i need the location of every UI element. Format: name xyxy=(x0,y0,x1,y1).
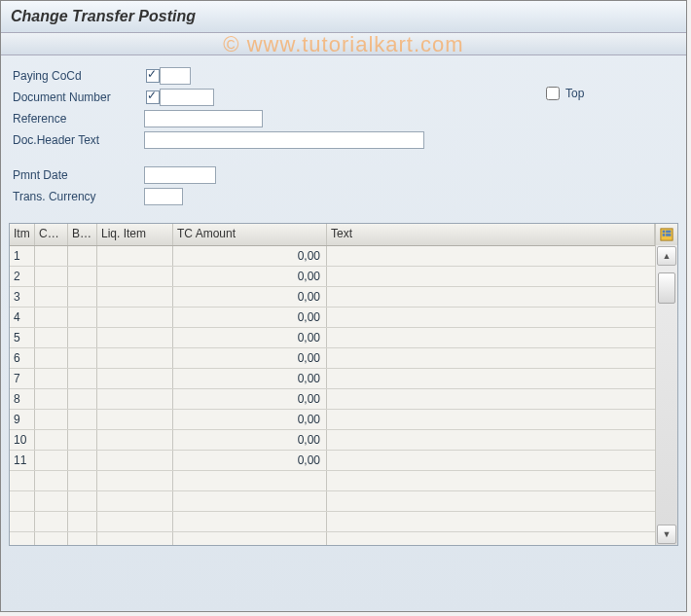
cell-itm[interactable]: 1 xyxy=(10,246,35,266)
cell-liq[interactable] xyxy=(97,451,173,470)
cell-tc-amount[interactable]: 0,00 xyxy=(173,369,327,388)
cell-text[interactable] xyxy=(327,471,656,490)
cell-tc-amount[interactable]: 0,00 xyxy=(173,451,327,470)
cell-bu[interactable] xyxy=(68,308,97,327)
table-row[interactable]: 20,00 xyxy=(10,267,656,287)
grid-settings-button[interactable] xyxy=(655,224,677,245)
cell-bu[interactable] xyxy=(68,389,97,409)
col-header-itm[interactable]: Itm xyxy=(10,224,35,245)
cell-text[interactable] xyxy=(327,267,656,286)
cell-text[interactable] xyxy=(327,410,656,429)
cell-cocd[interactable] xyxy=(35,348,68,368)
cell-cocd[interactable] xyxy=(35,491,68,511)
cell-bu[interactable] xyxy=(68,287,97,307)
cell-text[interactable] xyxy=(327,451,656,470)
cell-bu[interactable] xyxy=(68,532,97,545)
cell-text[interactable] xyxy=(327,328,656,347)
cell-tc-amount[interactable]: 0,00 xyxy=(173,287,327,307)
col-header-tc[interactable]: TC Amount xyxy=(173,224,327,245)
table-row[interactable] xyxy=(10,532,656,545)
cell-itm[interactable] xyxy=(10,471,35,490)
table-row[interactable]: 30,00 xyxy=(10,287,656,308)
cell-tc-amount[interactable]: 0,00 xyxy=(173,348,327,368)
table-row[interactable]: 50,00 xyxy=(10,328,656,348)
scroll-thumb[interactable] xyxy=(658,272,675,304)
cell-itm[interactable]: 2 xyxy=(10,267,35,286)
cell-bu[interactable] xyxy=(68,471,97,490)
cell-tc-amount[interactable]: 0,00 xyxy=(173,246,327,266)
table-row[interactable]: 100,00 xyxy=(10,430,656,451)
table-row[interactable]: 40,00 xyxy=(10,308,656,328)
cell-liq[interactable] xyxy=(97,267,173,286)
col-header-text[interactable]: Text xyxy=(327,224,655,245)
col-header-liq[interactable]: Liq. Item xyxy=(97,224,173,245)
cell-cocd[interactable] xyxy=(35,308,68,327)
cell-bu[interactable] xyxy=(68,410,97,429)
cell-cocd[interactable] xyxy=(35,369,68,388)
cell-bu[interactable] xyxy=(68,246,97,266)
scroll-up-button[interactable]: ▲ xyxy=(657,246,676,266)
cell-liq[interactable] xyxy=(97,369,173,388)
reference-input[interactable] xyxy=(144,110,263,127)
table-row[interactable]: 80,00 xyxy=(10,389,656,410)
cell-tc-amount[interactable]: 0,00 xyxy=(173,430,327,450)
cell-cocd[interactable] xyxy=(35,512,68,531)
cell-liq[interactable] xyxy=(97,491,173,511)
cell-itm[interactable]: 6 xyxy=(10,348,35,368)
cell-itm[interactable]: 10 xyxy=(10,430,35,450)
cell-bu[interactable] xyxy=(68,451,97,470)
cell-text[interactable] xyxy=(327,246,656,266)
cell-liq[interactable] xyxy=(97,308,173,327)
cell-text[interactable] xyxy=(327,491,656,511)
cell-itm[interactable]: 5 xyxy=(10,328,35,347)
cell-itm[interactable]: 8 xyxy=(10,389,35,409)
cell-text[interactable] xyxy=(327,512,656,531)
cell-tc-amount[interactable]: 0,00 xyxy=(173,267,327,286)
cell-liq[interactable] xyxy=(97,532,173,545)
document-number-input[interactable] xyxy=(160,89,214,106)
table-row[interactable]: 60,00 xyxy=(10,348,656,369)
cell-text[interactable] xyxy=(327,308,656,327)
cell-itm[interactable] xyxy=(10,491,35,511)
col-header-bu[interactable]: Bu... xyxy=(68,224,97,245)
cell-bu[interactable] xyxy=(68,348,97,368)
vertical-scrollbar[interactable]: ▲ ▼ xyxy=(655,245,677,545)
cell-tc-amount[interactable] xyxy=(173,471,327,490)
cell-liq[interactable] xyxy=(97,410,173,429)
cell-tc-amount[interactable] xyxy=(173,491,327,511)
cell-itm[interactable]: 7 xyxy=(10,369,35,388)
table-row[interactable]: 70,00 xyxy=(10,369,656,389)
cell-cocd[interactable] xyxy=(35,430,68,450)
cell-text[interactable] xyxy=(327,532,656,545)
cell-cocd[interactable] xyxy=(35,267,68,286)
cell-cocd[interactable] xyxy=(35,471,68,490)
table-row[interactable] xyxy=(10,471,656,491)
cell-cocd[interactable] xyxy=(35,246,68,266)
scroll-down-button[interactable]: ▼ xyxy=(657,525,676,544)
cell-cocd[interactable] xyxy=(35,410,68,429)
cell-itm[interactable] xyxy=(10,532,35,545)
cell-text[interactable] xyxy=(327,287,656,307)
cell-cocd[interactable] xyxy=(35,389,68,409)
cell-liq[interactable] xyxy=(97,430,173,450)
cell-tc-amount[interactable] xyxy=(173,512,327,531)
trans-currency-input[interactable] xyxy=(144,188,183,205)
cell-text[interactable] xyxy=(327,430,656,450)
cell-text[interactable] xyxy=(327,369,656,388)
cell-itm[interactable]: 3 xyxy=(10,287,35,307)
cell-itm[interactable]: 9 xyxy=(10,410,35,429)
cell-liq[interactable] xyxy=(97,512,173,531)
cell-bu[interactable] xyxy=(68,512,97,531)
cell-itm[interactable]: 4 xyxy=(10,308,35,327)
cell-tc-amount[interactable]: 0,00 xyxy=(173,328,327,347)
cell-liq[interactable] xyxy=(97,328,173,347)
cell-tc-amount[interactable]: 0,00 xyxy=(173,410,327,429)
cell-tc-amount[interactable]: 0,00 xyxy=(173,389,327,409)
cell-cocd[interactable] xyxy=(35,532,68,545)
cell-bu[interactable] xyxy=(68,328,97,347)
cell-tc-amount[interactable] xyxy=(173,532,327,545)
table-row[interactable]: 90,00 xyxy=(10,410,656,430)
cell-cocd[interactable] xyxy=(35,451,68,470)
doc-header-text-input[interactable] xyxy=(144,131,424,149)
cell-bu[interactable] xyxy=(68,267,97,286)
